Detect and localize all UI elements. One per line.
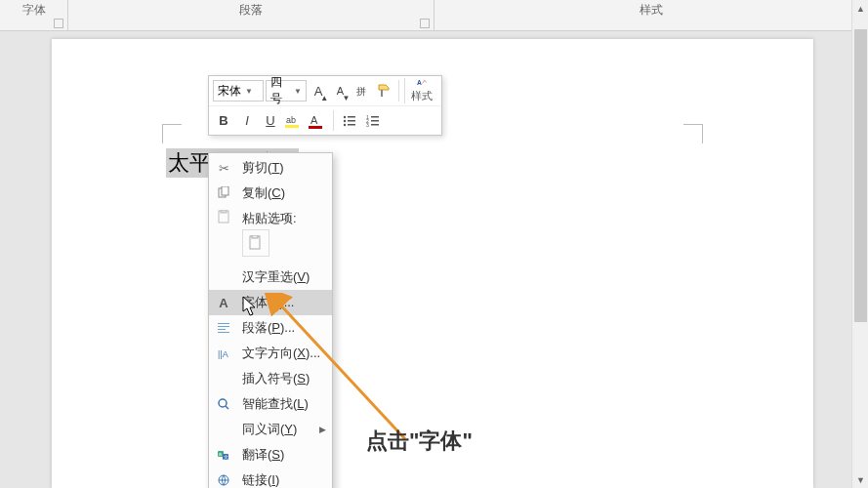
- bullets-button[interactable]: [339, 110, 360, 132]
- ribbon-group-paragraph: 段落: [68, 0, 434, 30]
- styles-button[interactable]: A 样式: [404, 78, 437, 103]
- chevron-down-icon: ▼: [294, 87, 302, 96]
- paragraph-icon: [213, 321, 234, 335]
- ctx-label: 智能查找(L): [242, 395, 309, 413]
- copy-icon: [213, 186, 234, 200]
- svg-rect-24: [218, 323, 229, 324]
- svg-rect-9: [348, 120, 355, 122]
- svg-rect-19: [222, 186, 228, 195]
- ctx-label: 同义词(Y): [242, 421, 297, 438]
- grow-font-button[interactable]: A▲: [309, 80, 328, 102]
- chevron-right-icon: ▶: [319, 425, 326, 434]
- svg-rect-13: [371, 116, 379, 118]
- scroll-thumb[interactable]: [854, 29, 867, 322]
- ctx-label: 链接(I): [242, 471, 279, 488]
- svg-rect-26: [218, 329, 226, 330]
- font-name-value: 宋体: [218, 83, 241, 100]
- svg-rect-15: [371, 120, 379, 122]
- ctx-synonyms[interactable]: 同义词(Y) ▶: [209, 417, 332, 442]
- svg-text:A: A: [310, 114, 318, 126]
- ribbon-group-label: 字体: [22, 2, 46, 19]
- ribbon-group-label: 样式: [640, 2, 663, 19]
- svg-text:a: a: [219, 451, 222, 457]
- italic-button[interactable]: I: [236, 110, 258, 132]
- ctx-label: 插入符号(S): [242, 370, 310, 387]
- ctx-link[interactable]: 链接(I): [209, 468, 332, 488]
- annotation-callout: 点击"字体": [366, 427, 473, 456]
- ctx-translate[interactable]: a文 翻译(S): [209, 442, 332, 468]
- svg-rect-11: [348, 124, 355, 126]
- font-size-combo[interactable]: 四号 ▼: [266, 80, 306, 102]
- styles-label: 样式: [411, 89, 433, 103]
- underline-button[interactable]: U: [260, 110, 281, 132]
- dialog-launcher-icon[interactable]: [420, 19, 430, 28]
- link-icon: [213, 473, 234, 487]
- svg-point-10: [344, 123, 346, 125]
- context-menu: ✂ 剪切(T) 复制(C) 粘贴选项: 汉字重选(V) A 字体(F)... 段…: [208, 152, 333, 488]
- ctx-text-direction[interactable]: ||A 文字方向(X)...: [209, 341, 332, 366]
- ribbon-group-font: 字体: [0, 0, 68, 30]
- svg-rect-27: [218, 332, 229, 333]
- svg-text:文: 文: [224, 454, 228, 460]
- font-color-button[interactable]: A: [307, 110, 328, 132]
- svg-rect-7: [348, 116, 355, 118]
- ribbon-group-styles: 样式: [434, 0, 868, 30]
- phonetic-guide-button[interactable]: 拼: [352, 80, 372, 102]
- svg-point-6: [344, 115, 346, 117]
- ctx-reconvert[interactable]: 汉字重选(V): [209, 264, 332, 290]
- paste-option-keep-source[interactable]: [242, 229, 269, 257]
- ctx-label: 剪切(T): [242, 159, 284, 177]
- ribbon-group-label: 段落: [239, 2, 263, 19]
- svg-rect-25: [218, 326, 229, 327]
- ctx-label: 段落(P)...: [242, 319, 295, 337]
- ctx-paste-options[interactable]: 粘贴选项:: [209, 206, 332, 264]
- numbering-button[interactable]: 123: [362, 110, 384, 132]
- ctx-label: 文字方向(X)...: [242, 345, 320, 362]
- translate-icon: a文: [213, 448, 234, 462]
- cut-icon: ✂: [213, 161, 234, 176]
- svg-text:||A: ||A: [218, 349, 228, 359]
- highlight-button[interactable]: ab: [283, 110, 305, 132]
- bold-button[interactable]: B: [213, 110, 234, 132]
- svg-rect-23: [252, 235, 258, 238]
- paste-icon: [213, 210, 234, 224]
- format-painter-button[interactable]: [374, 80, 393, 102]
- svg-text:A: A: [416, 79, 421, 86]
- ctx-label: 复制(C): [242, 184, 285, 202]
- scroll-up-button[interactable]: ▲: [852, 0, 868, 17]
- font-name-combo[interactable]: 宋体 ▼: [213, 80, 264, 102]
- svg-rect-3: [285, 125, 299, 128]
- svg-rect-21: [221, 210, 227, 213]
- text-direction-icon: ||A: [213, 346, 234, 360]
- svg-point-29: [219, 399, 227, 407]
- scroll-down-button[interactable]: ▼: [852, 471, 868, 488]
- dialog-launcher-icon[interactable]: [54, 19, 63, 28]
- ctx-smart-lookup[interactable]: 智能查找(L): [209, 391, 332, 417]
- ctx-copy[interactable]: 复制(C): [209, 181, 332, 206]
- ctx-insert-symbol[interactable]: 插入符号(S): [209, 366, 332, 391]
- svg-text:拼: 拼: [356, 86, 366, 97]
- ctx-label: 字体(F)...: [242, 294, 294, 311]
- search-icon: [213, 397, 234, 411]
- ctx-label: 翻译(S): [242, 446, 284, 464]
- chevron-down-icon: ▼: [245, 87, 253, 96]
- svg-rect-17: [371, 124, 379, 126]
- ctx-label: 粘贴选项:: [242, 210, 297, 227]
- svg-text:ab: ab: [286, 115, 296, 125]
- svg-text:3: 3: [366, 122, 369, 128]
- svg-point-8: [344, 119, 346, 121]
- ctx-paragraph[interactable]: 段落(P)...: [209, 315, 332, 341]
- ctx-font[interactable]: A 字体(F)...: [209, 290, 332, 315]
- ribbon-groups-row: 字体 段落 样式: [0, 0, 868, 31]
- svg-rect-5: [309, 126, 322, 129]
- ctx-label: 汉字重选(V): [242, 268, 310, 286]
- mini-toolbar: 宋体 ▼ 四号 ▼ A▲ A▼ 拼 A 样式 B I U ab A: [208, 75, 442, 136]
- ctx-cut[interactable]: ✂ 剪切(T): [209, 155, 332, 181]
- page-corner-mark: [162, 124, 182, 143]
- vertical-scrollbar[interactable]: ▲ ▼: [851, 0, 868, 488]
- shrink-font-button[interactable]: A▼: [330, 80, 350, 102]
- font-icon: A: [213, 296, 234, 310]
- page-corner-mark: [683, 124, 703, 143]
- font-size-value: 四号: [270, 74, 289, 107]
